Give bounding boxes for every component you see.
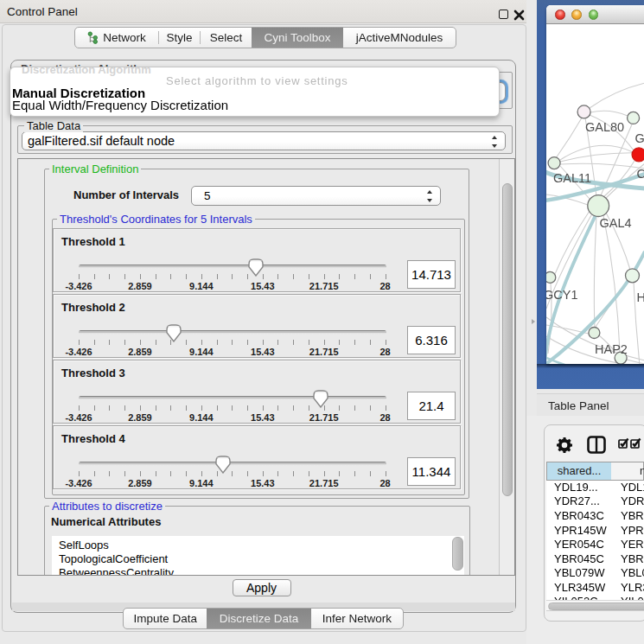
svg-text:GA: GA (634, 131, 644, 145)
svg-text:H: H (636, 290, 644, 304)
svg-text:C: C (636, 167, 644, 181)
svg-text:GAL80: GAL80 (585, 120, 624, 134)
svg-text:GAL11: GAL11 (553, 171, 591, 185)
svg-text:GCY1: GCY1 (546, 288, 578, 302)
svg-text:HAP2: HAP2 (595, 342, 628, 356)
svg-text:GAL4: GAL4 (599, 216, 631, 230)
